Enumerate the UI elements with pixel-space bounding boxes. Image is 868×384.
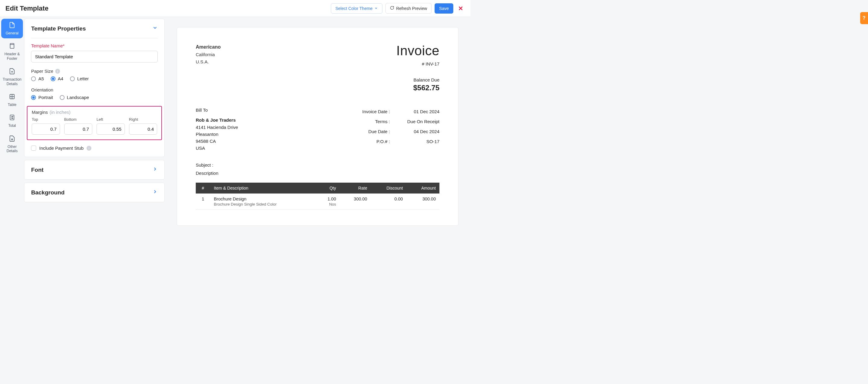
chevron-right-icon <box>152 166 158 173</box>
paper-size-a5[interactable]: A5 <box>31 76 44 81</box>
settings-panel: Template Properties Template Name* Paper… <box>24 17 165 236</box>
rail-other-details[interactable]: Other Details <box>1 132 23 156</box>
invoice-preview: Americano California U.S.A. Invoice # IN… <box>177 27 459 226</box>
margin-right-input[interactable] <box>129 123 157 135</box>
margin-right-label: Right <box>129 117 157 122</box>
rail-header-footer-label: Header & Footer <box>2 52 22 61</box>
rail-total-label: Total <box>8 123 16 128</box>
template-name-label: Template Name* <box>31 43 158 48</box>
preview-pane: Americano California U.S.A. Invoice # IN… <box>165 17 470 236</box>
topbar-actions: Select Color Theme Refresh Preview Save … <box>331 3 465 13</box>
sigma-icon <box>9 114 16 122</box>
rail-table-label: Table <box>8 102 17 107</box>
svg-point-8 <box>11 139 13 140</box>
document-gear-icon <box>9 135 16 143</box>
refresh-preview-button[interactable]: Refresh Preview <box>385 3 432 13</box>
col-amount: Amount <box>407 183 439 194</box>
rail-header-footer[interactable]: Header & Footer <box>1 39 23 64</box>
paper-size-a4[interactable]: A4 <box>51 76 63 81</box>
template-name-input[interactable] <box>31 51 158 62</box>
document-title: Invoice <box>396 43 439 58</box>
margins-label: Margins (in inches) <box>32 110 157 115</box>
from-address: Americano California U.S.A. <box>196 43 221 92</box>
document-number: # INV-17 <box>396 61 439 66</box>
page-title: Edit Template <box>5 4 49 12</box>
chevron-right-icon <box>152 189 158 196</box>
line-items-table: # Item & Description Qty Rate Discount A… <box>196 183 439 210</box>
section-template-properties-header[interactable]: Template Properties <box>25 19 164 38</box>
paper-size-letter[interactable]: Letter <box>70 76 89 81</box>
margin-left-input[interactable] <box>96 123 125 135</box>
margins-highlight: Margins (in inches) Top Bottom <box>27 106 162 140</box>
file-icon <box>9 22 16 30</box>
rail-table[interactable]: Table <box>1 90 23 110</box>
rail-transaction-details-label: Transaction Details <box>2 77 22 86</box>
orientation-landscape[interactable]: Landscape <box>60 95 89 100</box>
section-template-properties-title: Template Properties <box>31 25 86 32</box>
include-payment-stub-label: Include Payment Stub <box>39 146 84 151</box>
close-icon[interactable]: ✕ <box>456 5 465 12</box>
bill-to-block: Bill To Rob & Joe Traders 4141 Hacienda … <box>196 107 238 152</box>
col-qty: Qty <box>316 183 340 194</box>
save-button[interactable]: Save <box>435 3 453 13</box>
paper-size-label: Paper Size i <box>31 68 158 73</box>
orientation-label: Orientation <box>31 87 158 92</box>
info-icon[interactable]: i <box>87 146 91 151</box>
section-background-header[interactable]: Background <box>25 183 164 202</box>
table-row: 1 Brochure Design Brochure Design Single… <box>196 194 439 210</box>
document-plus-icon <box>9 68 16 76</box>
orientation-portrait[interactable]: Portrait <box>31 95 53 100</box>
select-color-theme-button[interactable]: Select Color Theme <box>331 3 382 13</box>
chevron-down-icon <box>152 25 158 32</box>
chevron-down-icon <box>374 6 378 11</box>
col-discount: Discount <box>371 183 406 194</box>
rail-transaction-details[interactable]: Transaction Details <box>1 65 23 89</box>
svg-rect-0 <box>10 43 14 49</box>
sidebar-rail: General Header & Footer Transaction Deta… <box>0 17 24 236</box>
subject-block: Subject : Description <box>196 161 439 177</box>
margin-top-label: Top <box>32 117 60 122</box>
margin-bottom-label: Bottom <box>64 117 92 122</box>
rail-total[interactable]: Total <box>1 111 23 131</box>
rail-other-details-label: Other Details <box>2 145 22 153</box>
section-background-title: Background <box>31 189 65 196</box>
layout-icon <box>9 42 16 51</box>
margin-bottom-input[interactable] <box>64 123 92 135</box>
section-font-header[interactable]: Font <box>25 160 164 179</box>
rail-general-label: General <box>6 31 19 35</box>
balance-due-label: Balance Due <box>396 77 439 82</box>
rail-general[interactable]: General <box>1 19 23 38</box>
margin-top-input[interactable] <box>32 123 60 135</box>
col-rate: Rate <box>340 183 371 194</box>
include-payment-stub-checkbox[interactable] <box>31 146 36 151</box>
section-font-title: Font <box>31 167 43 173</box>
info-icon[interactable]: i <box>55 69 60 73</box>
col-item: Item & Description <box>210 183 316 194</box>
col-index: # <box>196 183 210 194</box>
margin-left-label: Left <box>96 117 125 122</box>
select-color-theme-label: Select Color Theme <box>335 6 372 11</box>
invoice-meta: Invoice Date :01 Dec 2024 Terms :Due On … <box>357 107 439 152</box>
table-icon <box>9 93 16 101</box>
balance-due-amount: $562.75 <box>396 84 439 92</box>
refresh-icon <box>390 6 394 11</box>
refresh-preview-label: Refresh Preview <box>396 6 427 11</box>
